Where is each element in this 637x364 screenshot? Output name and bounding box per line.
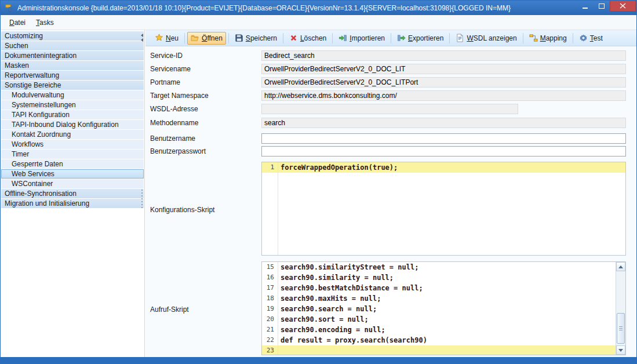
servicename-field[interactable] xyxy=(261,64,626,74)
toolbar-button-label: WSDL anzeigen xyxy=(467,34,516,42)
sidebar-item-sonstige-bereiche[interactable]: Sonstige Bereiche xyxy=(1,81,144,90)
sidebar-item-timer[interactable]: Timer xyxy=(1,150,144,159)
toolbar-separator xyxy=(449,33,450,43)
toolbar-button-importieren[interactable]: Importieren xyxy=(335,32,388,45)
collapse-arrow-icon xyxy=(141,34,143,37)
menu-tasks[interactable]: Tasks xyxy=(31,17,59,28)
splitter-grip[interactable] xyxy=(141,188,143,210)
open-folder-icon xyxy=(191,34,199,42)
code-line: 23 xyxy=(262,345,625,355)
sidebar-item-dokumentenintegration[interactable]: Dokumentenintegration xyxy=(1,51,144,60)
toolbar-separator xyxy=(283,33,283,43)
toolbar-button-label: Test xyxy=(590,34,603,42)
delete-icon xyxy=(289,34,298,42)
sidebar-item-tapi-konfiguration[interactable]: TAPI Konfiguration xyxy=(1,110,144,119)
wsdl-adresse-label: WSDL-Adresse xyxy=(150,104,198,114)
service-id-label: Service-ID xyxy=(150,50,183,61)
maximize-button[interactable] xyxy=(594,1,610,12)
sidebar-item-gesperrte-daten[interactable]: Gesperrte Daten xyxy=(1,159,144,169)
scroll-up-button[interactable] xyxy=(616,262,625,271)
toolbar-button-label: Exportieren xyxy=(408,34,443,42)
toolbar-button-loeschen[interactable]: Löschen xyxy=(286,32,330,45)
window-title: Administrationskonsole {build.date=2013/… xyxy=(17,4,573,12)
sidebar-item-wscontainer[interactable]: WSContainer xyxy=(1,179,144,188)
benutzername-field[interactable] xyxy=(261,133,626,144)
toolbar-button-label: Löschen xyxy=(300,34,326,42)
window-body: Customizing Suchen Dokumentenintegration… xyxy=(1,30,636,357)
close-button[interactable] xyxy=(610,1,636,12)
toolbar-button-neu[interactable]: Neu xyxy=(151,32,182,45)
scrollbar-thumb[interactable] xyxy=(617,313,625,344)
line-number: 20 xyxy=(262,314,278,325)
code-text xyxy=(278,345,625,355)
arrow-down-icon xyxy=(618,349,623,352)
gutter-divider xyxy=(278,262,278,355)
toolbar-button-label: Öffnen xyxy=(202,34,223,42)
target-namespace-label: Target Namespace xyxy=(150,90,209,101)
minimize-button[interactable] xyxy=(577,1,594,12)
sidebar-item-migration-und-initialisierung[interactable]: Migration und Initialisierung xyxy=(1,199,144,208)
portname-field[interactable] xyxy=(261,77,626,88)
toolbar-separator xyxy=(391,33,391,43)
toolbar-button-label: Speichern xyxy=(246,34,277,42)
toolbar-button-test[interactable]: Test xyxy=(576,32,606,45)
line-number: 17 xyxy=(262,283,278,293)
sidebar-item-systemeinstellungen[interactable]: Systemeinstellungen xyxy=(1,100,144,110)
toolbar-button-wsdl-anzeigen[interactable]: WSDL anzeigen xyxy=(452,32,520,45)
sidebar-item-workflows[interactable]: Workflows xyxy=(1,140,144,149)
statusbar xyxy=(1,357,636,363)
save-icon xyxy=(235,34,243,42)
menu-datei[interactable]: Datei xyxy=(4,17,31,28)
app-window: Administrationskonsole {build.date=2013/… xyxy=(0,0,637,364)
toolbar-separator xyxy=(332,33,333,43)
service-id-field[interactable] xyxy=(261,50,626,61)
titlebar: Administrationskonsole {build.date=2013/… xyxy=(1,1,636,15)
code-line: 1 forceWrappedOperation(true); xyxy=(262,162,625,173)
code-text: search90.similarityStreet = null; xyxy=(278,262,625,272)
benutzerpasswort-label: Benutzerpasswort xyxy=(150,146,206,156)
gutter-divider xyxy=(278,162,278,255)
methodenname-field[interactable] xyxy=(261,118,626,128)
code-line: 19 search90.search = null; xyxy=(262,304,625,314)
sidebar-item-reportverwaltung[interactable]: Reportverwaltung xyxy=(1,71,144,80)
export-icon xyxy=(397,34,406,42)
aufruf-skript-editor[interactable]: 15 search90.similarityStreet = null; 16 … xyxy=(261,261,626,355)
toolbar-button-label: Importieren xyxy=(350,34,385,42)
app-icon xyxy=(5,3,14,13)
toolbar-button-mapping[interactable]: Mapping xyxy=(526,32,570,45)
toolbar-button-label: Neu xyxy=(166,34,179,42)
sidebar-item-suchen[interactable]: Suchen xyxy=(1,41,144,50)
target-namespace-field[interactable] xyxy=(261,90,626,101)
mapping-icon xyxy=(529,34,538,42)
wsdl-document-icon xyxy=(456,34,464,42)
toolbar-button-oeffnen[interactable]: Öffnen xyxy=(187,32,226,45)
benutzerpasswort-field[interactable] xyxy=(261,146,626,156)
toolbar-separator xyxy=(228,33,229,43)
sidebar-item-web-services[interactable]: Web Services xyxy=(1,169,144,179)
toolbar-separator xyxy=(573,33,573,43)
toolbar-button-exportieren[interactable]: Exportieren xyxy=(394,32,447,45)
konfig-skript-editor[interactable]: 1 forceWrappedOperation(true); xyxy=(261,162,626,256)
sidebar-item-masken[interactable]: Masken xyxy=(1,61,144,70)
methodenname-label: Methodenname xyxy=(150,118,198,128)
sidebar-item-customizing[interactable]: Customizing xyxy=(1,31,144,41)
web-service-form: Service-ID Servicename Portname Target N… xyxy=(145,46,636,357)
code-line: 20 search90.sort = null; xyxy=(262,314,625,325)
code-text: search90.search = null; xyxy=(278,304,625,314)
sidebar-item-kontakt-zuordnung[interactable]: Kontakt Zuordnung xyxy=(1,130,144,139)
sidebar-item-offline-synchronisation[interactable]: Offline-Synchronisation xyxy=(1,189,144,198)
sidebar-collapse-handle[interactable] xyxy=(141,32,143,43)
vertical-scrollbar[interactable] xyxy=(616,262,625,355)
code-line: 17 search90.bestMatchDistance = null; xyxy=(262,283,625,293)
sidebar: Customizing Suchen Dokumentenintegration… xyxy=(1,30,145,357)
scroll-down-button[interactable] xyxy=(616,345,625,355)
sidebar-item-tapi-inbound-dialog-konfiguration[interactable]: TAPI-Inbound Dialog Konfiguration xyxy=(1,120,144,129)
line-number: 18 xyxy=(262,293,278,304)
code-text: search90.sort = null; xyxy=(278,314,625,325)
code-line: 21 search90.encoding = null; xyxy=(262,325,625,335)
sidebar-item-modulverwaltung[interactable]: Modulverwaltung xyxy=(1,90,144,100)
toolbar-button-speichern[interactable]: Speichern xyxy=(231,32,281,45)
code-text: search90.bestMatchDistance = null; xyxy=(278,283,625,293)
window-controls xyxy=(577,1,636,12)
code-text: def result = proxy.search(search90) xyxy=(278,335,625,345)
